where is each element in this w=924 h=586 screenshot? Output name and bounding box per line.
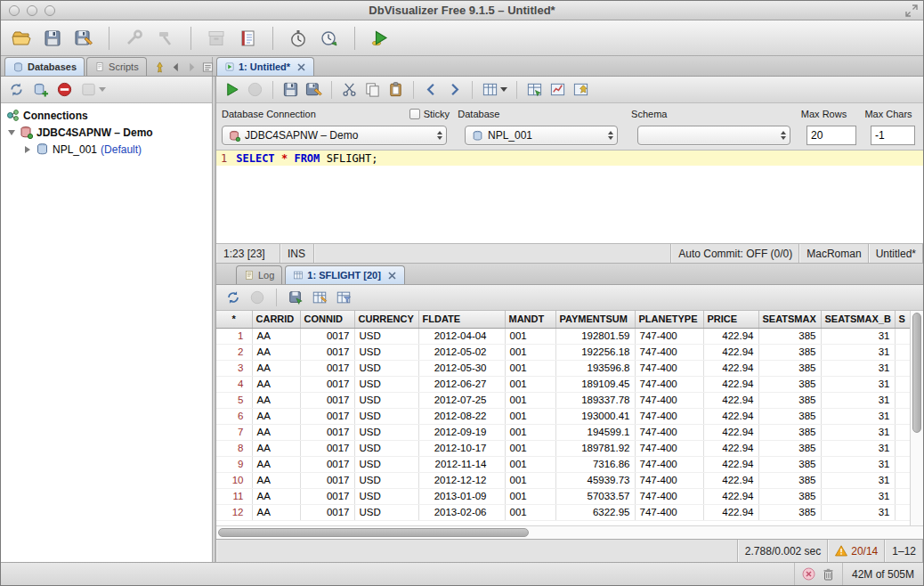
table-row[interactable]: 5AA0017USD2012-07-25001189337.78747-4004… xyxy=(216,392,910,408)
table-cell[interactable]: 422.94 xyxy=(703,424,758,440)
filter-dropdown-button[interactable] xyxy=(80,81,106,98)
table-cell[interactable]: 0017 xyxy=(300,488,354,504)
cut-icon[interactable] xyxy=(341,81,358,98)
max-rows-input[interactable] xyxy=(806,126,856,145)
table-row[interactable]: 11AA0017USD2013-01-0900157033.57747-4004… xyxy=(216,488,910,504)
table-cell[interactable]: 0017 xyxy=(300,504,354,520)
table-cell[interactable] xyxy=(895,392,910,408)
driver-manager-button[interactable] xyxy=(123,27,146,50)
table-cell[interactable]: 0017 xyxy=(300,392,354,408)
vertical-scrollbar[interactable] xyxy=(910,311,923,525)
row-number-cell[interactable]: 5 xyxy=(216,392,252,408)
sticky-checkbox[interactable] xyxy=(409,109,420,119)
table-row[interactable]: 9AA0017USD2012-11-140017316.86747-400422… xyxy=(216,456,910,472)
table-cell[interactable]: AA xyxy=(252,408,300,424)
table-cell[interactable]: 001 xyxy=(505,376,555,392)
garbage-collect-icon[interactable] xyxy=(822,567,835,581)
table-cell[interactable]: 385 xyxy=(758,424,821,440)
table-cell[interactable]: 385 xyxy=(758,456,821,472)
table-cell[interactable]: 2013-02-06 xyxy=(418,504,505,520)
edit-table-data-icon[interactable] xyxy=(312,289,328,305)
table-cell[interactable]: USD xyxy=(354,344,418,360)
column-header[interactable]: PRICE xyxy=(703,311,758,328)
memory-indicator[interactable]: 42M of 505M xyxy=(842,563,923,585)
database-select[interactable]: NPL_001 xyxy=(465,126,618,145)
table-row[interactable]: 7AA0017USD2012-09-19001194599.1747-40042… xyxy=(216,424,910,440)
task-timer-button[interactable] xyxy=(287,27,310,50)
table-cell[interactable]: 422.94 xyxy=(703,488,758,504)
row-number-cell[interactable]: 2 xyxy=(216,344,252,360)
table-cell[interactable]: AA xyxy=(252,424,300,440)
tab-result-sflight[interactable]: 1: SFLIGHT [20] xyxy=(285,265,405,284)
table-cell[interactable]: 001 xyxy=(505,408,555,424)
table-cell[interactable]: 189781.92 xyxy=(555,440,635,456)
warning-status[interactable]: 20/14 xyxy=(828,540,885,562)
tree-node-database[interactable]: NPL_001 (Default) xyxy=(1,141,212,158)
table-cell[interactable]: 385 xyxy=(758,472,821,488)
table-cell[interactable]: 001 xyxy=(505,392,555,408)
table-cell[interactable]: 747-400 xyxy=(635,408,703,424)
table-cell[interactable]: 31 xyxy=(821,392,895,408)
table-cell[interactable]: 57033.57 xyxy=(555,488,635,504)
table-cell[interactable]: 001 xyxy=(505,440,555,456)
table-cell[interactable]: USD xyxy=(354,488,418,504)
table-cell[interactable]: USD xyxy=(354,456,418,472)
tree-node-connections[interactable]: Connections xyxy=(1,107,212,124)
table-cell[interactable]: AA xyxy=(252,328,300,344)
table-cell[interactable]: 2012-07-25 xyxy=(418,392,505,408)
table-cell[interactable]: 422.94 xyxy=(703,344,758,360)
row-number-cell[interactable]: 6 xyxy=(216,408,252,424)
table-cell[interactable]: 2012-08-22 xyxy=(418,408,505,424)
table-cell[interactable]: AA xyxy=(252,456,300,472)
table-cell[interactable]: AA xyxy=(252,440,300,456)
execute-icon[interactable] xyxy=(223,81,240,98)
row-number-cell[interactable]: 11 xyxy=(216,488,252,504)
table-cell[interactable]: 31 xyxy=(821,424,895,440)
table-cell[interactable]: 0017 xyxy=(300,440,354,456)
table-cell[interactable]: 189337.78 xyxy=(555,392,635,408)
table-cell[interactable]: 001 xyxy=(505,488,555,504)
table-cell[interactable]: 0017 xyxy=(300,456,354,472)
save-as-button[interactable] xyxy=(72,27,95,50)
table-row[interactable]: 12AA0017USD2013-02-060016322.95747-40042… xyxy=(216,504,910,520)
table-row[interactable]: 3AA0017USD2012-05-30001193596.8747-40042… xyxy=(216,360,910,376)
next-statement-icon[interactable] xyxy=(446,81,463,98)
table-cell[interactable]: 31 xyxy=(821,328,895,344)
column-header[interactable]: MANDT xyxy=(505,311,555,328)
table-cell[interactable]: 189109.45 xyxy=(555,376,635,392)
stop-reload-icon[interactable] xyxy=(249,289,265,305)
export-settings-button[interactable] xyxy=(205,27,228,50)
tab-sql-commander-1[interactable]: 1: Untitled* xyxy=(216,57,314,76)
column-header[interactable]: CARRID xyxy=(252,311,300,328)
table-cell[interactable]: AA xyxy=(252,360,300,376)
table-cell[interactable]: USD xyxy=(354,376,418,392)
table-cell[interactable] xyxy=(895,408,910,424)
minimize-window-button[interactable] xyxy=(27,5,37,16)
fullscreen-icon[interactable] xyxy=(905,4,918,17)
column-header[interactable]: SEATSMAX xyxy=(758,311,821,328)
table-row[interactable]: 8AA0017USD2012-10-17001189781.92747-4004… xyxy=(216,440,910,456)
table-cell[interactable]: 0017 xyxy=(300,360,354,376)
table-cell[interactable]: AA xyxy=(252,504,300,520)
tree-node-connection[interactable]: JDBC4SAPNW – Demo xyxy=(1,124,212,141)
table-cell[interactable]: AA xyxy=(252,344,300,360)
collapsed-arrow-icon[interactable] xyxy=(22,144,32,154)
column-header[interactable]: CURRENCY xyxy=(354,311,418,328)
save-script-icon[interactable] xyxy=(282,81,299,98)
table-cell[interactable]: 2012-06-27 xyxy=(418,376,505,392)
monitor-button[interactable] xyxy=(318,27,341,50)
table-cell[interactable]: 747-400 xyxy=(635,328,703,344)
auto-commit-status[interactable]: Auto Commit: OFF (0/0) xyxy=(671,244,799,263)
table-cell[interactable]: 31 xyxy=(821,408,895,424)
expanded-arrow-icon[interactable] xyxy=(6,127,16,137)
table-cell[interactable]: 422.94 xyxy=(703,456,758,472)
disconnect-icon[interactable] xyxy=(56,81,73,98)
table-cell[interactable]: 747-400 xyxy=(635,344,703,360)
table-cell[interactable]: 45939.73 xyxy=(555,472,635,488)
table-cell[interactable]: 385 xyxy=(758,360,821,376)
previous-tab-icon[interactable] xyxy=(170,61,182,73)
table-row[interactable]: 4AA0017USD2012-06-27001189109.45747-4004… xyxy=(216,376,910,392)
connection-select[interactable]: JDBC4SAPNW – Demo xyxy=(222,126,447,145)
row-number-cell[interactable]: 3 xyxy=(216,360,252,376)
table-cell[interactable]: USD xyxy=(354,472,418,488)
